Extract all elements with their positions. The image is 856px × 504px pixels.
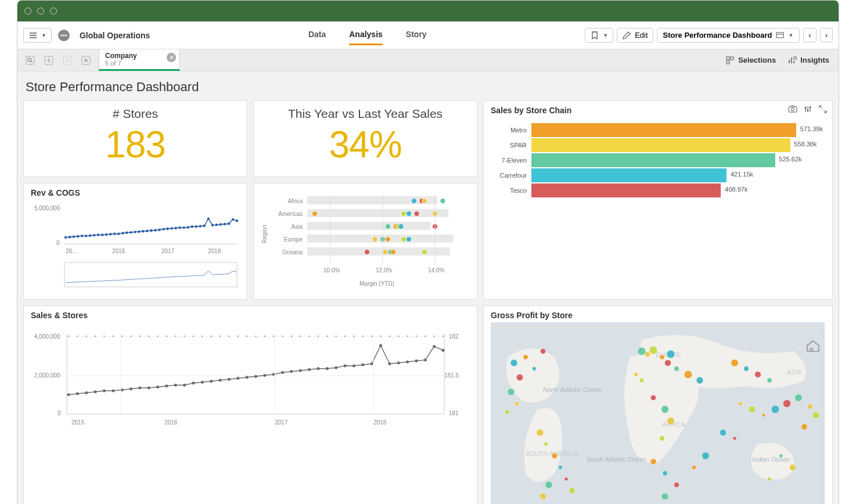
- svg-point-148: [291, 336, 292, 337]
- svg-text:10.0%: 10.0%: [323, 267, 340, 273]
- svg-point-134: [166, 336, 167, 337]
- smart-search-button[interactable]: [22, 52, 38, 69]
- edit-button[interactable]: Edit: [617, 28, 653, 43]
- svg-text:12.0%: 12.0%: [376, 267, 392, 273]
- svg-point-63: [232, 218, 234, 221]
- svg-point-258: [569, 488, 575, 494]
- svg-rect-80: [307, 247, 450, 255]
- svg-text:4,000,000: 4,000,000: [34, 333, 60, 340]
- svg-rect-10: [726, 57, 729, 60]
- svg-rect-14: [789, 107, 797, 112]
- svg-point-84: [440, 199, 445, 204]
- tab-analysis[interactable]: Analysis: [349, 25, 383, 45]
- sales-stores-card[interactable]: Sales & Stores 4,000,000 2,000,000 0 182…: [23, 305, 477, 504]
- window-minimize-icon[interactable]: [37, 8, 44, 15]
- rev-cogs-card[interactable]: Rev & COGS 5,000,000 0 20… 2016 2017 201…: [23, 183, 247, 300]
- svg-point-227: [515, 401, 519, 406]
- svg-point-103: [391, 250, 396, 255]
- svg-point-97: [386, 237, 391, 242]
- svg-point-242: [696, 377, 703, 384]
- selections-bar: Company 5 of 7 ✕ Selections Insights: [17, 49, 839, 71]
- next-sheet-button[interactable]: ›: [820, 28, 833, 42]
- chain-bar-row[interactable]: 7-Eleven 525.62k: [491, 153, 796, 167]
- svg-point-170: [103, 390, 106, 393]
- svg-point-165: [443, 336, 444, 337]
- svg-text:2017: 2017: [275, 419, 288, 426]
- svg-text:ASIA: ASIA: [787, 369, 802, 376]
- svg-point-186: [246, 376, 249, 379]
- kpi-stores-card[interactable]: # Stores 183: [23, 100, 247, 177]
- svg-point-98: [401, 237, 407, 242]
- sales-by-chain-card[interactable]: Sales by Store Chain Metro 571.39kSPAR 5…: [483, 100, 833, 300]
- window-close-icon[interactable]: [24, 8, 31, 15]
- fullscreen-icon[interactable]: [818, 105, 828, 114]
- svg-text:182: 182: [449, 333, 459, 340]
- svg-point-90: [386, 224, 391, 229]
- svg-point-36: [121, 232, 124, 234]
- svg-point-142: [238, 336, 239, 337]
- svg-point-206: [424, 358, 427, 361]
- svg-point-51: [182, 226, 185, 229]
- svg-point-184: [228, 378, 231, 381]
- svg-point-132: [148, 336, 149, 337]
- insights-button[interactable]: Insights: [787, 56, 829, 65]
- prev-sheet-button[interactable]: ‹: [803, 28, 816, 42]
- exploration-icon[interactable]: [803, 105, 812, 114]
- step-back-button[interactable]: [41, 52, 57, 69]
- svg-point-86: [401, 211, 407, 217]
- svg-text:Indian Ocean: Indian Ocean: [752, 456, 790, 463]
- kpi-yoy-card[interactable]: This Year vs Last Year Sales 34%: [253, 100, 477, 177]
- chain-bar-row[interactable]: Tesco 408.97k: [491, 183, 796, 197]
- svg-point-55: [199, 225, 202, 227]
- svg-point-240: [639, 378, 644, 383]
- chain-bar-row[interactable]: Metro 571.39k: [491, 123, 796, 137]
- svg-point-81: [412, 199, 417, 204]
- svg-point-256: [545, 481, 552, 488]
- svg-point-160: [398, 336, 399, 337]
- svg-point-278: [702, 452, 710, 460]
- svg-point-243: [650, 395, 656, 401]
- svg-text:Region: Region: [261, 225, 268, 243]
- filter-field-label: Company: [105, 52, 163, 60]
- filter-chip-company[interactable]: Company 5 of 7 ✕: [99, 49, 180, 71]
- step-forward-button[interactable]: [59, 52, 75, 69]
- camera-icon[interactable]: [788, 105, 797, 114]
- svg-point-237: [664, 359, 671, 366]
- filter-count: 5 of 7: [105, 60, 163, 67]
- selections-tool-button[interactable]: Selections: [725, 56, 776, 65]
- svg-point-262: [767, 378, 772, 383]
- svg-point-124: [77, 336, 78, 337]
- menu-button[interactable]: ▼: [23, 28, 52, 43]
- svg-point-135: [175, 336, 176, 337]
- svg-point-58: [211, 224, 214, 226]
- dashboard-content: Store Performance Dashboard # Stores 183…: [17, 71, 839, 504]
- svg-text:Europe: Europe: [284, 236, 303, 243]
- svg-point-145: [264, 336, 265, 337]
- clear-filter-icon[interactable]: ✕: [167, 53, 176, 62]
- svg-text:20…: 20…: [66, 248, 78, 254]
- svg-text:Margin (YTD): Margin (YTD): [359, 280, 394, 287]
- svg-point-270: [812, 412, 819, 419]
- bookmark-button[interactable]: ▼: [585, 28, 613, 43]
- svg-text:2017: 2017: [161, 248, 175, 254]
- svg-point-245: [667, 417, 674, 424]
- region-margin-card[interactable]: Region AfricaAmericasAsiaEuropeOceana 10…: [253, 183, 477, 300]
- svg-point-259: [731, 359, 739, 367]
- svg-point-204: [406, 361, 409, 363]
- gross-profit-map-card[interactable]: Gross Profit by Store North Atlantic Oce…: [483, 305, 833, 504]
- svg-point-260: [744, 366, 749, 372]
- clear-selections-button[interactable]: [78, 52, 94, 69]
- svg-text:2016: 2016: [164, 419, 178, 426]
- svg-text:South Atlantic Ocean: South Atlantic Ocean: [587, 456, 646, 463]
- rev-cogs-title: Rev & COGS: [31, 188, 240, 197]
- svg-point-233: [645, 351, 650, 357]
- chain-bar-row[interactable]: SPAR 558.38k: [491, 138, 796, 152]
- tab-data[interactable]: Data: [308, 25, 326, 45]
- svg-point-83: [422, 199, 427, 204]
- sheet-dropdown[interactable]: Store Performance Dashboard ▼: [657, 28, 800, 43]
- window-zoom-icon[interactable]: [50, 8, 57, 15]
- tab-story[interactable]: Story: [406, 25, 427, 45]
- world-map[interactable]: North Atlantic Ocean SOUTH AMERICA South…: [491, 322, 825, 504]
- chain-bar-row[interactable]: Carrefour 421.15k: [491, 168, 796, 182]
- svg-rect-12: [726, 61, 729, 64]
